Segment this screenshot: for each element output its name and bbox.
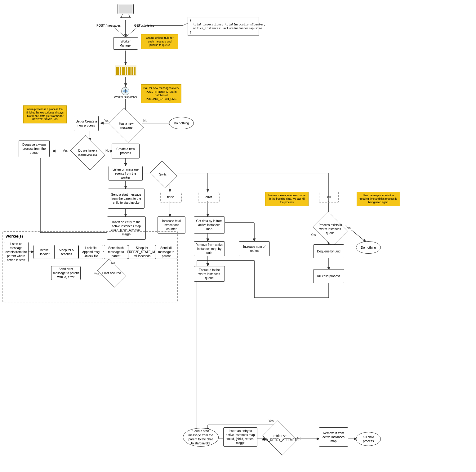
kill-dashed: kill xyxy=(319,192,339,203)
svg-line-46 xyxy=(183,23,188,25)
svg-line-50 xyxy=(121,14,122,18)
error-dashed: error xyxy=(198,192,220,203)
error-accured-diamond: Error accured xyxy=(98,263,126,283)
svg-rect-53 xyxy=(119,5,132,13)
yes-dequeue: Yes xyxy=(63,149,68,152)
increase-retries-node: Increase num of retries xyxy=(239,241,270,256)
insert-active-bottom-node: Insert an entry to active instances map … xyxy=(223,427,257,447)
invoke-handler-node: Invoke Handler xyxy=(33,245,55,259)
no-retries: No xyxy=(297,437,301,440)
sleep-freeze-node: Sleep for FREEZE_STATE_MS milliseconds xyxy=(128,245,156,259)
note-uuid: Create unique uuid for each message and … xyxy=(141,34,178,49)
diagram-container: POST /messages GET /statistics { total_i… xyxy=(0,0,476,472)
lock-file-node: Lock file Append msg Unlock file xyxy=(78,245,103,259)
send-start-message-node: Send a start message from the parent to … xyxy=(108,189,145,209)
retries-check-diamond: retries <= MAX_RETRY_ATTEMPTS xyxy=(263,425,297,450)
monitor-icon xyxy=(112,2,140,20)
workers-section-label: Worker(s) xyxy=(6,234,23,238)
yes-label-1: Yes xyxy=(104,119,109,122)
svg-rect-59 xyxy=(128,67,131,75)
remove-active-bottom-node: Remove it from active instances map xyxy=(319,427,348,447)
note-no-new-msg: No new message request came in the freez… xyxy=(265,192,309,206)
switch-diamond: Switch xyxy=(151,165,176,184)
note-warm: Warm process is a process that finished … xyxy=(23,105,67,123)
svg-rect-56 xyxy=(120,67,121,75)
listen-message-events-node: Listen on message events from the worker xyxy=(109,166,143,181)
no-error: No xyxy=(111,261,115,265)
statistics-code: { total_invocations: totalInvocationsCou… xyxy=(188,17,259,36)
post-messages-label: POST /messages xyxy=(95,22,122,29)
worker-dispatcher-node: Worker Dispatcher xyxy=(110,85,141,101)
yes-error: Yes xyxy=(94,272,99,276)
do-we-have-warm-diamond: Do we have a warm process xyxy=(71,140,105,165)
note-new-msg: New message came in the freezing time an… xyxy=(357,192,400,206)
yes-dequeue-uuid: Yes xyxy=(311,233,316,237)
queue-icon xyxy=(113,65,138,77)
svg-rect-60 xyxy=(131,67,133,75)
remove-from-active-node: Remove from active instances map by uuid xyxy=(194,241,225,256)
kill-child-node: Kill child process xyxy=(313,269,344,283)
send-error-node: Send error message to parent with id, er… xyxy=(51,266,81,280)
dequeue-by-uuid-node: Dequeue by uuid xyxy=(313,244,344,258)
note-poll: Poll for new messages every POLL_INTERVA… xyxy=(141,84,181,103)
worker-manager-node: Worker Manager xyxy=(113,37,138,50)
no-label-1: No xyxy=(143,119,147,122)
has-new-message-diamond: Has a new message xyxy=(109,113,143,138)
kill-child-bottom-node: Kill child process xyxy=(356,432,381,446)
get-statistics-label: GET /statistics xyxy=(130,22,158,29)
send-finish-node: Send finish message to parent xyxy=(104,245,128,259)
svg-point-64 xyxy=(125,89,126,91)
do-nothing-1: Do nothing xyxy=(169,117,194,129)
dequeue-warm-node: Dequeue a warm process from the queue xyxy=(19,140,50,157)
send-kill-node: Send kill message to parent xyxy=(155,245,177,259)
workers-section-box xyxy=(2,231,178,302)
svg-rect-61 xyxy=(134,67,136,75)
svg-rect-57 xyxy=(122,67,125,75)
listen-parent-node: Listen on message events from the parent… xyxy=(4,242,29,262)
finish-dashed: finish xyxy=(160,192,182,203)
svg-line-51 xyxy=(129,14,130,18)
process-exists-warm-diamond: Process exists in warm instances queue xyxy=(313,216,347,241)
do-nothing-2: Do nothing xyxy=(356,241,381,254)
enqueue-warm-node: Enqueue to the warm instances queue xyxy=(194,266,225,282)
sleep-5-node: Sleep for 5 seconds xyxy=(54,245,78,259)
svg-rect-55 xyxy=(116,67,119,75)
get-data-by-id-node: Get data by id from active instances map xyxy=(194,216,225,234)
create-new-process-node: Create a new process xyxy=(112,144,140,158)
get-or-create-node: Get or Create a new process xyxy=(74,116,99,131)
yes-retries: Yes xyxy=(269,419,274,423)
no-do-nothing: No xyxy=(347,226,351,230)
send-start-bottom-node: Send a start message from the parent to … xyxy=(183,428,219,447)
no-create: No xyxy=(105,149,109,152)
svg-rect-58 xyxy=(126,67,127,75)
